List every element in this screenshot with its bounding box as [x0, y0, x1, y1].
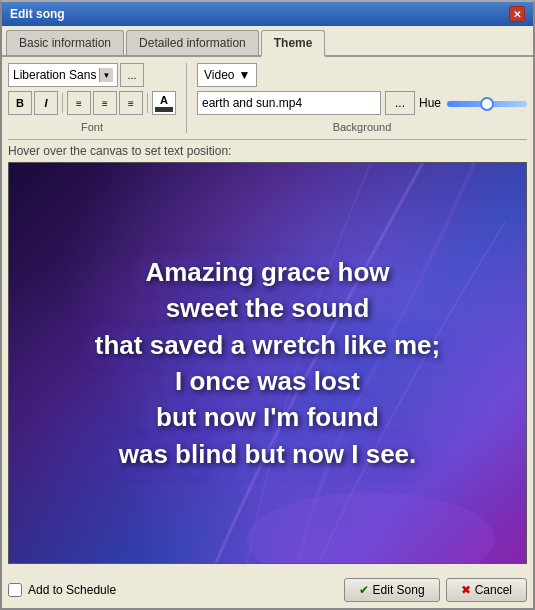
lyric-line-3: that saved a wretch like me;: [95, 330, 440, 360]
hue-slider[interactable]: [447, 99, 527, 107]
action-buttons: ✔ Edit Song ✖ Cancel: [344, 578, 527, 602]
add-to-schedule-checkbox[interactable]: [8, 583, 22, 597]
lyric-line-5: but now I'm found: [156, 402, 379, 432]
bold-button[interactable]: B: [8, 91, 32, 115]
bg-file-field: earth and sun.mp4: [197, 91, 381, 115]
format-row: B I ≡ ≡ ≡ A: [8, 91, 176, 115]
tab-basic[interactable]: Basic information: [6, 30, 124, 55]
bg-type-dropdown[interactable]: Video ▼: [197, 63, 257, 87]
font-name-dropdown[interactable]: Liberation Sans ▼: [8, 63, 118, 87]
tab-bar: Basic information Detailed information T…: [2, 26, 533, 57]
vertical-divider: [186, 63, 187, 133]
window-title: Edit song: [10, 7, 65, 21]
hue-label: Hue: [419, 96, 441, 110]
lyric-display: Amazing grace how sweet the sound that s…: [75, 244, 460, 482]
bg-type-label: Video: [204, 68, 234, 82]
align-right-button[interactable]: ≡: [119, 91, 143, 115]
font-section-label: Font: [8, 121, 176, 133]
bg-type-arrow-icon: ▼: [238, 68, 250, 82]
bg-type-row: Video ▼: [197, 63, 527, 87]
font-name-label: Liberation Sans: [13, 68, 99, 82]
lyric-line-6: was blind but now I see.: [119, 439, 417, 469]
title-bar: Edit song ✕: [2, 2, 533, 26]
color-letter: A: [160, 94, 168, 106]
canvas-hint: Hover over the canvas to set text positi…: [8, 144, 527, 158]
cancel-label: Cancel: [475, 583, 512, 597]
add-to-schedule-row: Add to Schedule: [8, 583, 116, 597]
font-dropdown-arrow-icon: ▼: [99, 68, 113, 82]
lyric-line-4: I once was lost: [175, 366, 360, 396]
edit-song-label: Edit Song: [373, 583, 425, 597]
font-section: Liberation Sans ▼ ... B I ≡ ≡ ≡ A: [8, 63, 176, 133]
content-area: Liberation Sans ▼ ... B I ≡ ≡ ≡ A: [2, 57, 533, 570]
edit-song-button[interactable]: ✔ Edit Song: [344, 578, 440, 602]
align-left-button[interactable]: ≡: [67, 91, 91, 115]
canvas-area[interactable]: Amazing grace how sweet the sound that s…: [8, 162, 527, 564]
cancel-button[interactable]: ✖ Cancel: [446, 578, 527, 602]
divider: [8, 139, 527, 140]
close-button[interactable]: ✕: [509, 6, 525, 22]
browse-button[interactable]: ...: [385, 91, 415, 115]
color-picker-button[interactable]: A: [152, 91, 176, 115]
background-section-label: Background: [197, 121, 527, 133]
hue-section: Hue: [419, 96, 527, 110]
background-section: Video ▼ earth and sun.mp4 ... Hue: [197, 63, 527, 133]
edit-song-checkmark-icon: ✔: [359, 583, 369, 597]
bg-file-row: earth and sun.mp4 ... Hue: [197, 91, 527, 115]
hue-slider-thumb-icon: [480, 97, 494, 111]
edit-song-window: Edit song ✕ Basic information Detailed i…: [0, 0, 535, 610]
font-more-button[interactable]: ...: [120, 63, 144, 87]
separator2: [147, 93, 148, 113]
add-to-schedule-label: Add to Schedule: [28, 583, 116, 597]
align-center-button[interactable]: ≡: [93, 91, 117, 115]
toolbar-row: Liberation Sans ▼ ... B I ≡ ≡ ≡ A: [8, 63, 527, 133]
footer: Add to Schedule ✔ Edit Song ✖ Cancel: [2, 570, 533, 608]
lyric-line-2: sweet the sound: [166, 293, 370, 323]
separator: [62, 93, 63, 113]
tab-detailed[interactable]: Detailed information: [126, 30, 259, 55]
hue-slider-track: [447, 101, 527, 107]
lyric-line-1: Amazing grace how: [145, 257, 389, 287]
tab-theme[interactable]: Theme: [261, 30, 326, 57]
cancel-x-icon: ✖: [461, 583, 471, 597]
bg-file-value: earth and sun.mp4: [202, 96, 302, 110]
font-name-row: Liberation Sans ▼ ...: [8, 63, 176, 87]
color-strip: [155, 107, 173, 112]
italic-button[interactable]: I: [34, 91, 58, 115]
svg-point-0: [247, 492, 495, 563]
